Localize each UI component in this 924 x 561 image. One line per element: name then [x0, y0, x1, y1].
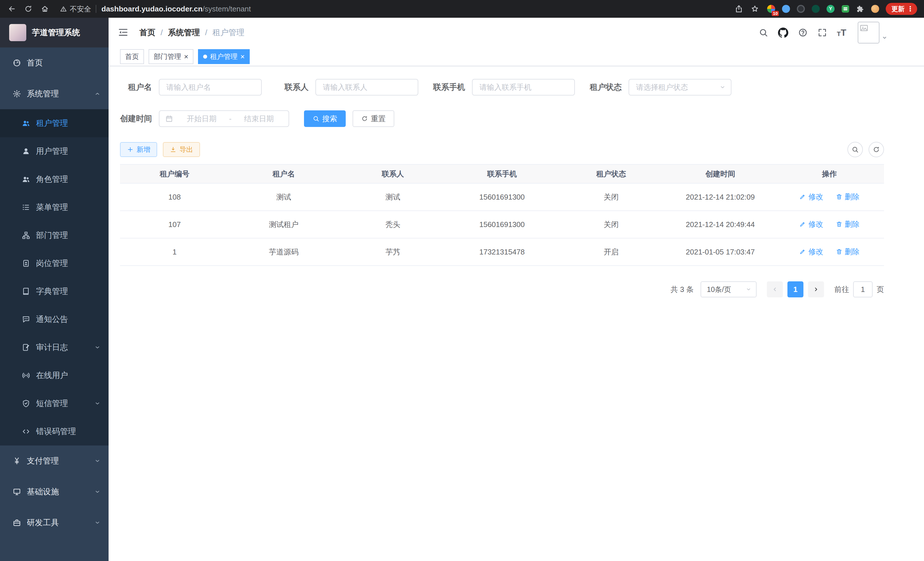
url-host: dashboard.yudao.iocoder.cn — [101, 5, 202, 14]
chevron-down-icon — [746, 287, 752, 292]
goto-page-input[interactable] — [853, 281, 873, 297]
extension-dark[interactable] — [796, 4, 806, 14]
fullscreen-button[interactable] — [818, 28, 827, 38]
dashboard-icon — [13, 59, 21, 67]
tab-dept[interactable]: 部门管理 × — [148, 49, 194, 64]
add-button[interactable]: 新增 — [120, 142, 157, 157]
reload-button[interactable] — [21, 2, 35, 16]
logo-title: 芋道管理系统 — [32, 27, 80, 38]
user-menu[interactable] — [858, 22, 887, 44]
edit-button[interactable]: 修改 — [799, 219, 823, 229]
export-button[interactable]: 导出 — [163, 142, 200, 157]
search-icon — [851, 146, 859, 153]
next-page-button[interactable] — [808, 281, 824, 297]
tenant-name-input[interactable] — [159, 79, 262, 96]
collapse-sidebar-button[interactable] — [118, 27, 129, 38]
broadcast-icon — [22, 371, 30, 380]
extension-y[interactable]: Y — [826, 4, 836, 14]
sidebar-logo[interactable]: 芋道管理系统 — [0, 18, 109, 47]
sidebar-item-error-code[interactable]: 错误码管理 — [0, 417, 109, 445]
sidebar-item-payment[interactable]: 支付管理 — [0, 445, 109, 476]
toggle-search-button[interactable] — [848, 142, 863, 157]
github-link[interactable] — [778, 27, 788, 38]
page-1-button[interactable]: 1 — [788, 281, 803, 297]
prev-page-button[interactable] — [767, 281, 783, 297]
sidebar-item-post[interactable]: 岗位管理 — [0, 249, 109, 277]
tab-tenant[interactable]: 租户管理 × — [198, 49, 250, 64]
sidebar-item-audit-log[interactable]: 审计日志 — [0, 333, 109, 361]
chevron-down-icon — [94, 344, 100, 350]
home-button[interactable] — [38, 2, 52, 16]
chevron-right-icon — [813, 286, 819, 293]
sidebar-item-online-users[interactable]: 在线用户 — [0, 361, 109, 390]
sidebar-item-tenant[interactable]: 租户管理 — [0, 109, 109, 137]
browser-toolbar: 不安全 dashboard.yudao.iocoder.cn/system/te… — [0, 0, 924, 18]
org-tree-icon — [22, 231, 30, 240]
broken-image-icon — [860, 23, 868, 33]
font-size-button[interactable]: TT — [837, 28, 846, 37]
share-button[interactable] — [733, 3, 745, 15]
mobile-input[interactable] — [472, 79, 575, 96]
trash-icon — [836, 248, 843, 255]
sidebar-item-dict[interactable]: 字典管理 — [0, 277, 109, 305]
code-icon — [22, 427, 30, 436]
tenant-page: 租户名 联系人 联系手机 租户状态 请选择租户状态 — [109, 66, 924, 561]
col-created: 创建时间 — [666, 164, 775, 183]
chrome-update-button[interactable]: 更新 ⋮ — [886, 3, 917, 15]
chevron-down-icon — [882, 35, 887, 41]
help-button[interactable] — [798, 28, 808, 38]
sidebar-item-devtools[interactable]: 研发工具 — [0, 507, 109, 538]
pencil-icon — [799, 193, 806, 200]
contact-input[interactable] — [315, 79, 418, 96]
sidebar-item-user[interactable]: 用户管理 — [0, 137, 109, 165]
reset-button[interactable]: 重置 — [352, 110, 394, 127]
tab-close-icon[interactable]: × — [240, 53, 244, 60]
end-date-placeholder: 结束日期 — [235, 114, 283, 124]
extension-colorful[interactable]: 10 — [766, 4, 776, 14]
delete-button[interactable]: 删除 — [836, 192, 860, 202]
delete-button[interactable]: 删除 — [836, 219, 860, 229]
calendar-icon — [165, 115, 173, 123]
sidebar-item-dept[interactable]: 部门管理 — [0, 221, 109, 249]
search-icon — [759, 28, 768, 38]
breadcrumb-system[interactable]: 系统管理 — [168, 27, 200, 38]
col-mobile: 联系手机 — [447, 164, 556, 183]
chevron-up-icon — [94, 91, 100, 97]
extension-chat[interactable] — [841, 4, 850, 14]
search-button[interactable]: 搜索 — [304, 110, 346, 127]
edit-button[interactable]: 修改 — [799, 192, 823, 202]
status-text: 关闭 — [556, 183, 666, 211]
refresh-table-button[interactable] — [868, 142, 884, 157]
sidebar-item-menu[interactable]: 菜单管理 — [0, 193, 109, 221]
extension-darkgreen[interactable] — [811, 4, 820, 14]
page-size-select[interactable]: 10条/页 — [700, 281, 757, 297]
breadcrumb-home[interactable]: 首页 — [140, 27, 155, 38]
sidebar-item-notice[interactable]: 通知公告 — [0, 305, 109, 333]
sidebar-item-role[interactable]: 角色管理 — [0, 165, 109, 193]
sidebar-item-sms[interactable]: 短信管理 — [0, 390, 109, 417]
profile-button[interactable] — [870, 4, 880, 14]
create-time-range-picker[interactable]: 开始日期 - 结束日期 — [159, 110, 289, 127]
sidebar-item-infra[interactable]: 基础设施 — [0, 476, 109, 507]
sidebar-item-home[interactable]: 首页 — [0, 47, 109, 78]
home-icon — [41, 5, 49, 13]
delete-button[interactable]: 删除 — [836, 247, 860, 257]
refresh-icon — [873, 146, 880, 153]
tab-close-icon[interactable]: × — [184, 53, 188, 60]
app-navbar: 首页 / 系统管理 / 租户管理 — [109, 18, 924, 47]
back-button[interactable] — [4, 2, 19, 16]
address-bar[interactable]: 不安全 dashboard.yudao.iocoder.cn/system/te… — [60, 4, 251, 14]
extensions-menu-button[interactable] — [855, 4, 865, 14]
share-icon — [735, 5, 743, 13]
tab-home[interactable]: 首页 — [120, 49, 144, 64]
extension-blue[interactable] — [781, 4, 791, 14]
header-search-button[interactable] — [759, 28, 768, 38]
divider — [96, 5, 96, 13]
darkgreen-extension-icon — [812, 5, 820, 13]
edit-button[interactable]: 修改 — [799, 247, 823, 257]
star-icon — [751, 5, 759, 13]
bookmark-button[interactable] — [748, 3, 761, 15]
breadcrumb-current: 租户管理 — [213, 27, 244, 38]
tenant-status-select[interactable]: 请选择租户状态 — [628, 79, 731, 96]
sidebar-item-system[interactable]: 系统管理 — [0, 78, 109, 109]
